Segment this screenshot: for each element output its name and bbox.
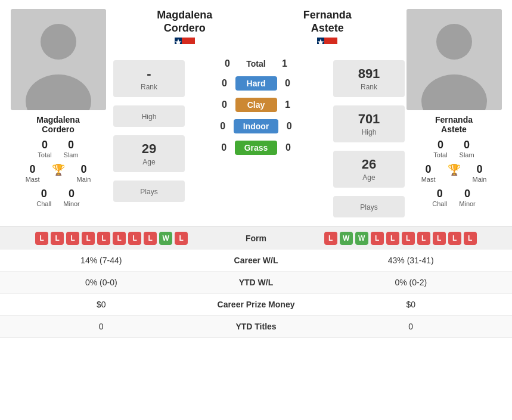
form-badge-left: L [144,232,157,245]
right-stat-mast: 0 Mast [421,163,436,183]
stat-row-label: Career W/L [191,256,322,265]
left-player-area: Magdalena Cordero 0 Total 0 Slam 0 Mast [6,9,110,217]
left-stat-minor: 0 Minor [63,188,80,207]
form-badge-right: L [433,232,446,245]
left-player-avatar [11,9,106,110]
form-badge-right: L [371,232,384,245]
form-badge-left: W [159,232,172,245]
left-rank-panel: - Rank [113,60,185,97]
left-stat-mast: 0 Mast [26,163,40,183]
right-age-panel: 26 Age [333,151,405,188]
left-stat-main: 0 Main [77,163,91,183]
scores-middle: 0 Total 1 0 Hard 0 0 Clay 1 [182,55,330,217]
center-content: - Rank High 29 Age Plays [113,55,399,217]
right-flag-svg [317,38,337,51]
left-stat-chall: 0 Chall [36,188,51,207]
stat-row: 0YTD Titles0 [0,316,512,338]
center-area: Magdalena Cordero [113,9,399,217]
right-high-panel: 701 High [333,105,405,142]
right-player-area: Fernanda Astete 0 Total 0 Slam 0 Mast [402,9,506,217]
form-badge-left: L [97,232,110,245]
form-badge-right: L [402,232,415,245]
left-age-panel: 29 Age [113,135,185,172]
left-player-stats-row2: 0 Mast 🏆 0 Main [26,163,91,183]
stat-row-label: Career Prize Money [191,300,322,309]
left-flag [113,38,256,51]
left-stats-panels: - Rank High 29 Age Plays [113,55,179,217]
form-label: Form [221,234,292,243]
form-section: LLLLLLLLWL Form LWWLLLLLLL [0,226,512,250]
stat-row-left: 14% (7-44) [12,256,191,265]
form-badge-right: L [464,232,477,245]
form-badge-right: W [355,232,368,245]
clay-row: 0 Clay 1 [182,98,330,112]
stat-row-left: 0% (0-0) [12,278,191,287]
right-stat-chall: 0 Chall [432,188,447,207]
stat-row-right: 43% (31-41) [322,256,501,265]
stat-row-left: $0 [12,300,191,309]
stat-row-label: YTD Titles [191,322,322,331]
right-stats-panels: 891 Rank 701 High 26 Age Plays [333,55,399,217]
form-badge-right: L [386,232,399,245]
stat-row: 14% (7-44)Career W/L43% (31-41) [0,250,512,272]
right-rank-panel: 891 Rank [333,60,405,97]
form-badge-right: L [324,232,337,245]
svg-point-12 [436,24,472,60]
clay-badge: Clay [235,98,277,112]
right-stat-total: 0 Total [433,139,447,158]
right-stat-main: 0 Main [473,163,487,183]
right-player-stats-row3: 0 Chall 0 Minor [432,188,476,207]
grass-badge: Grass [235,141,278,155]
left-player-header: Magdalena Cordero [113,9,256,51]
hard-badge: Hard [235,76,277,91]
stat-row-right: 0 [322,322,501,331]
right-form: LWWLLLLLLL [298,232,504,245]
form-badge-left: L [175,232,188,245]
stat-row-label: YTD W/L [191,278,322,287]
bottom-stats: 14% (7-44)Career W/L43% (31-41)0% (0-0)Y… [0,250,512,338]
stat-row-left: 0 [12,322,191,331]
stat-row: 0% (0-0)YTD W/L0% (0-2) [0,272,512,294]
stat-row-right: 0% (0-2) [322,278,501,287]
form-badge-right: L [417,232,430,245]
form-badge-left: L [113,232,126,245]
form-badge-right: L [448,232,461,245]
top-area: Magdalena Cordero 0 Total 0 Slam 0 Mast [0,0,512,226]
svg-rect-8 [317,44,337,51]
right-player-avatar [407,9,502,110]
stat-row: $0Career Prize Money$0 [0,294,512,316]
left-trophy-icon: 🏆 [52,163,65,183]
left-stat-total: 0 Total [38,139,51,158]
svg-rect-4 [175,44,195,51]
form-badge-left: L [66,232,79,245]
right-flag [256,38,399,51]
right-stat-slam: 0 Slam [460,139,474,158]
form-badge-left: L [51,232,64,245]
right-player-stats-row2: 0 Mast 🏆 0 Main [421,163,487,183]
left-high-panel: High [113,105,185,127]
right-plays-panel: Plays [333,196,405,217]
total-row: 0 Total 1 [182,58,330,69]
form-badge-left: L [35,232,48,245]
left-flag-svg [175,38,195,51]
right-player-header: Fernanda Astete [256,9,399,51]
form-badge-left: L [82,232,95,245]
indoor-badge: Indoor [234,119,279,133]
main-container: Magdalena Cordero 0 Total 0 Slam 0 Mast [0,0,512,338]
left-player-name: Magdalena Cordero [36,115,79,134]
svg-point-1 [41,24,76,60]
right-player-stats-row1: 0 Total 0 Slam [433,139,474,158]
left-plays-panel: Plays [113,181,185,202]
hard-row: 0 Hard 0 [182,76,330,91]
left-form: LLLLLLLLWL [9,232,215,245]
grass-row: 0 Grass 0 [182,141,330,155]
left-stat-slam: 0 Slam [64,139,79,158]
indoor-row: 0 Indoor 0 [182,119,330,133]
stat-row-right: $0 [322,300,501,309]
right-player-name: Fernanda Astete [435,115,473,134]
left-player-stats-row3: 0 Chall 0 Minor [36,188,80,207]
right-trophy-icon: 🏆 [448,163,461,183]
right-stat-minor: 0 Minor [459,188,476,207]
form-badge-left: L [128,232,141,245]
form-badge-right: W [340,232,353,245]
